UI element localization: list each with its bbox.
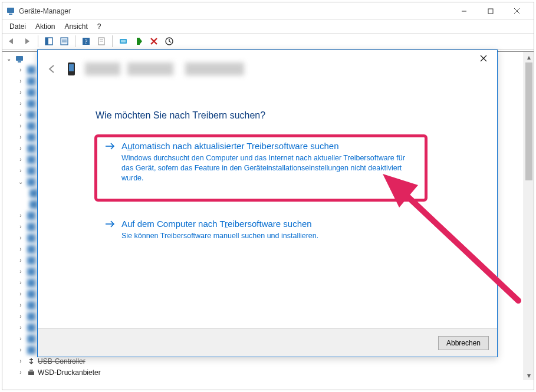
menubar: Datei Aktion Ansicht ?	[2, 20, 534, 33]
category-icon	[27, 245, 36, 254]
category-icon	[27, 323, 36, 332]
menu-help[interactable]: ?	[93, 21, 106, 32]
app-icon	[6, 6, 15, 16]
help-icon[interactable]: ?	[79, 34, 93, 48]
svg-rect-31	[27, 144, 35, 153]
chevron-right-icon[interactable]: ›	[17, 145, 25, 151]
scroll-thumb[interactable]	[525, 62, 532, 180]
enable-device-icon[interactable]	[131, 34, 146, 48]
menu-file[interactable]: Datei	[5, 21, 31, 32]
svg-rect-49	[27, 346, 35, 354]
category-icon	[27, 121, 36, 131]
chevron-right-icon[interactable]: ›	[17, 235, 25, 241]
chevron-right-icon[interactable]: ›	[17, 167, 25, 174]
chevron-right-icon[interactable]: ›	[17, 111, 25, 118]
chevron-right-icon[interactable]: ›	[17, 279, 25, 286]
svg-rect-18	[137, 38, 140, 45]
chevron-right-icon[interactable]: ›	[17, 291, 25, 297]
dialog-question: Wie möchten Sie nach Treibern suchen?	[96, 110, 265, 121]
chevron-right-icon[interactable]: ›	[17, 78, 25, 84]
svg-rect-23	[18, 61, 21, 62]
show-hide-tree-icon[interactable]	[42, 34, 56, 48]
update-driver-icon[interactable]	[162, 34, 176, 48]
chevron-down-icon[interactable]: ⌄	[17, 179, 25, 185]
back-arrow-icon[interactable]	[46, 63, 58, 75]
dialog-header	[46, 61, 256, 77]
scan-hardware-icon[interactable]	[116, 34, 130, 48]
menu-action[interactable]: Aktion	[31, 21, 60, 32]
chevron-right-icon[interactable]: ›	[17, 369, 25, 375]
chevron-right-icon[interactable]: ›	[17, 268, 25, 275]
option-title-part: A	[121, 141, 127, 151]
chevron-right-icon[interactable]: ›	[17, 134, 25, 140]
toolbar: ?	[2, 33, 534, 50]
minimize-button[interactable]	[450, 3, 477, 19]
menu-view[interactable]: Ansicht	[60, 21, 92, 32]
category-icon	[27, 99, 36, 108]
properties-icon[interactable]	[57, 34, 71, 48]
chevron-down-icon[interactable]: ⌄	[5, 55, 13, 62]
option-description: Sie können Treibersoftware manuell suche…	[121, 231, 416, 241]
svg-rect-40	[27, 245, 35, 253]
titlebar: Geräte-Manager	[2, 2, 534, 20]
nav-forward-icon[interactable]	[20, 34, 34, 48]
category-icon	[27, 65, 36, 75]
svg-rect-27	[27, 100, 35, 108]
option-title: Automatisch nach aktualisierter Treibers…	[121, 141, 416, 151]
chevron-right-icon[interactable]: ›	[17, 156, 25, 163]
svg-rect-35	[29, 189, 38, 197]
chevron-right-icon[interactable]: ›	[17, 100, 25, 107]
svg-rect-22	[16, 56, 23, 61]
scroll-down-icon[interactable]: ▾	[524, 370, 534, 380]
chevron-right-icon[interactable]: ›	[17, 89, 25, 95]
option-search-automatically[interactable]: Automatisch nach aktualisierter Treibers…	[96, 135, 426, 200]
tree-category-wsd[interactable]: › WSD-Druckanbieter	[5, 367, 515, 378]
svg-rect-26	[27, 88, 35, 97]
nav-back-icon[interactable]	[5, 34, 19, 48]
svg-rect-30	[27, 133, 35, 141]
chevron-right-icon[interactable]: ›	[17, 335, 25, 342]
close-button[interactable]	[504, 3, 530, 19]
chevron-right-icon[interactable]: ›	[17, 358, 25, 364]
svg-rect-33	[27, 167, 35, 175]
scroll-up-icon[interactable]: ▴	[524, 52, 534, 62]
category-icon	[27, 233, 36, 243]
svg-rect-34	[27, 178, 35, 186]
chevron-right-icon[interactable]: ›	[17, 212, 25, 219]
cancel-button[interactable]: Abbrechen	[438, 336, 489, 350]
category-icon	[27, 155, 36, 164]
chevron-right-icon[interactable]: ›	[17, 324, 25, 331]
svg-rect-44	[27, 290, 35, 298]
chevron-right-icon[interactable]: ›	[17, 257, 25, 263]
category-icon	[27, 211, 36, 220]
window-title: Geräte-Manager	[19, 7, 71, 15]
chevron-right-icon[interactable]: ›	[17, 347, 25, 353]
maximize-button[interactable]	[477, 3, 504, 19]
svg-rect-48	[27, 335, 35, 343]
svg-rect-24	[27, 66, 35, 74]
category-icon	[27, 278, 36, 288]
option-browse-computer[interactable]: Auf dem Computer nach Treibersoftware su…	[96, 213, 426, 254]
device-icon	[65, 61, 78, 77]
chevron-right-icon[interactable]: ›	[17, 223, 25, 230]
svg-rect-39	[27, 234, 35, 242]
vertical-scrollbar[interactable]: ▴ ▾	[524, 52, 534, 380]
chevron-right-icon[interactable]: ›	[17, 67, 25, 73]
category-icon	[27, 289, 36, 299]
chevron-right-icon[interactable]: ›	[17, 123, 25, 129]
page-icon[interactable]	[94, 34, 108, 48]
dialog-close-button[interactable]	[473, 51, 494, 65]
category-icon	[27, 345, 36, 355]
category-icon	[27, 133, 36, 142]
chevron-right-icon[interactable]: ›	[17, 313, 25, 319]
svg-rect-28	[27, 111, 35, 119]
option-title-part: tomatisch nach aktualisierter Treibersof…	[132, 141, 338, 151]
svg-rect-46	[27, 312, 35, 321]
chevron-right-icon[interactable]: ›	[17, 302, 25, 308]
option-title-part: Auf dem Computer nach T	[121, 219, 225, 229]
arrow-right-icon	[105, 142, 116, 150]
chevron-right-icon[interactable]: ›	[17, 246, 25, 252]
svg-rect-17	[121, 40, 126, 42]
tree-label: WSD-Druckanbieter	[38, 368, 101, 377]
uninstall-device-icon[interactable]	[147, 34, 161, 48]
